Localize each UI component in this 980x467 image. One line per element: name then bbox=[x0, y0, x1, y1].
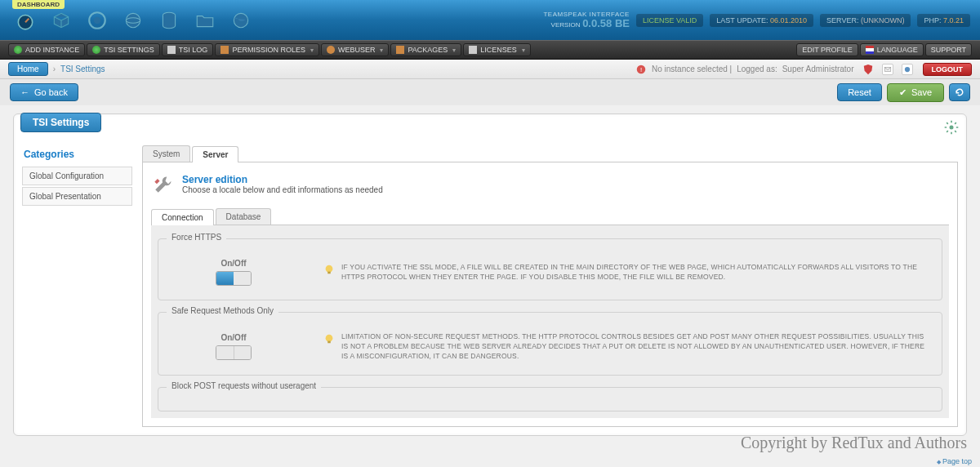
mail-icon[interactable] bbox=[882, 64, 893, 75]
toggle-safe-request[interactable] bbox=[216, 345, 252, 360]
sidebar-item-global-config[interactable]: Global Configuration bbox=[22, 167, 132, 185]
logged-as-label: Logged as: bbox=[737, 64, 777, 73]
categories-sidebar: Categories Global Configuration Global P… bbox=[22, 145, 132, 427]
bulb-icon bbox=[323, 264, 335, 275]
check-icon: ✔ bbox=[899, 87, 906, 98]
main-menu: ADD INSTANCE TSI SETTINGS TSI LOG PERMIS… bbox=[0, 40, 980, 60]
shield-icon bbox=[862, 64, 874, 75]
fieldgroup-block-post: Block POST requests without useragent bbox=[158, 387, 942, 411]
svg-point-14 bbox=[326, 335, 333, 342]
info-icon[interactable] bbox=[902, 64, 913, 75]
svg-point-10 bbox=[904, 66, 909, 71]
hint-force-https: IF YOU ACTIVATE THE SSL MODE, A FILE WIL… bbox=[341, 263, 932, 282]
svg-point-3 bbox=[126, 13, 140, 27]
license-status[interactable]: LICENSE VALID bbox=[636, 14, 703, 27]
tab-system[interactable]: System bbox=[142, 145, 190, 162]
wrench-icon bbox=[151, 174, 174, 197]
menu-language[interactable]: LANGUAGE bbox=[860, 43, 924, 56]
hint-safe-request: LIMITATION OF NON-SECURE REQUEST METHODS… bbox=[341, 332, 932, 362]
dashboard-icon[interactable] bbox=[12, 7, 38, 33]
menu-permission-roles[interactable]: PERMISSION ROLES▾ bbox=[215, 43, 319, 56]
menu-add-instance[interactable]: ADD INSTANCE bbox=[8, 43, 85, 56]
page-top-link[interactable]: Page top bbox=[937, 457, 972, 465]
copyright-text: Copyright by RedTux and Authors bbox=[741, 434, 967, 452]
menu-webuser[interactable]: WEBUSER▾ bbox=[321, 43, 390, 56]
sidebar-item-global-presentation[interactable]: Global Presentation bbox=[22, 187, 132, 206]
section-title: Server edition bbox=[182, 174, 383, 185]
folder-icon[interactable] bbox=[192, 7, 218, 33]
breadcrumb-bar: Home › TSI Settings ! No instance select… bbox=[0, 60, 980, 79]
last-update: LAST UPDATE: 06.01.2010 bbox=[710, 14, 813, 27]
menu-packages[interactable]: PACKAGES▾ bbox=[390, 43, 461, 56]
breadcrumb-current: TSI Settings bbox=[60, 64, 105, 73]
settings-panel: TSI Settings Categories Global Configura… bbox=[13, 113, 967, 436]
main-tabs: System Server bbox=[142, 145, 958, 162]
reset-button[interactable]: Reset bbox=[837, 83, 882, 101]
onoff-label: On/Off bbox=[168, 333, 299, 342]
save-button[interactable]: ✔Save bbox=[887, 83, 944, 102]
menu-tsi-settings[interactable]: TSI SETTINGS bbox=[87, 43, 160, 56]
svg-rect-15 bbox=[327, 341, 331, 344]
svg-point-2 bbox=[94, 16, 101, 24]
globe-icon[interactable] bbox=[120, 7, 146, 33]
legend-safe-request: Safe Request Methods Only bbox=[167, 306, 278, 315]
subtab-database[interactable]: Database bbox=[216, 208, 272, 225]
fieldgroup-force-https: Force HTTPS On/Off IF YOU ACTIVATE THE S… bbox=[158, 238, 942, 300]
onoff-label: On/Off bbox=[168, 259, 299, 268]
clock-icon[interactable] bbox=[84, 7, 110, 33]
fieldgroup-safe-request: Safe Request Methods Only On/Off LIMITAT… bbox=[158, 312, 942, 376]
user-role: Super Administrator bbox=[782, 64, 854, 73]
go-back-button[interactable]: ←Go back bbox=[10, 83, 78, 101]
breadcrumb-home[interactable]: Home bbox=[8, 62, 48, 76]
no-instance-text: No instance selected | bbox=[652, 64, 732, 73]
subtab-connection[interactable]: Connection bbox=[151, 209, 214, 225]
settings-content: System Server Server edition Choose a lo… bbox=[142, 145, 958, 427]
svg-text:!: ! bbox=[640, 65, 642, 73]
gear-icon[interactable] bbox=[943, 119, 960, 136]
world-icon[interactable] bbox=[228, 7, 254, 33]
svg-point-12 bbox=[326, 265, 333, 273]
menu-tsi-log[interactable]: TSI LOG bbox=[162, 43, 214, 56]
toggle-force-https[interactable] bbox=[216, 271, 252, 286]
menu-licenses[interactable]: LICENSES▾ bbox=[463, 43, 531, 56]
version-block: TEAMSPEAK INTERFACE VERSION 0.0.58 BE bbox=[543, 11, 630, 29]
action-toolbar: ←Go back Reset ✔Save bbox=[0, 79, 980, 105]
tab-server[interactable]: Server bbox=[192, 146, 238, 162]
logout-button[interactable]: LOGOUT bbox=[923, 63, 973, 76]
app-header: DASHBOARD TEAMSPEAK INTERFACE VERSION 0.… bbox=[0, 0, 980, 40]
section-desc: Choose a locale below and edit informati… bbox=[182, 185, 383, 194]
arrow-left-icon: ← bbox=[20, 87, 29, 97]
php-version: PHP: 7.0.21 bbox=[917, 14, 970, 27]
breadcrumb-sep: › bbox=[53, 64, 56, 73]
sub-tabs: Connection Database bbox=[151, 208, 949, 225]
cube-icon[interactable] bbox=[48, 7, 74, 33]
svg-point-11 bbox=[950, 126, 954, 130]
menu-edit-profile[interactable]: EDIT PROFILE bbox=[796, 43, 858, 56]
server-status: SERVER: (UNKNOWN) bbox=[820, 14, 911, 27]
database-icon[interactable] bbox=[156, 7, 182, 33]
categories-title: Categories bbox=[22, 145, 132, 167]
menu-support[interactable]: SUPPORT bbox=[925, 43, 972, 56]
bulb-icon bbox=[323, 333, 335, 345]
refresh-button[interactable] bbox=[949, 83, 970, 101]
svg-rect-13 bbox=[327, 272, 331, 274]
legend-force-https: Force HTTPS bbox=[167, 233, 226, 242]
svg-point-0 bbox=[18, 15, 32, 29]
panel-title: TSI Settings bbox=[20, 113, 101, 132]
legend-block-post: Block POST requests without useragent bbox=[167, 381, 321, 390]
warning-icon: ! bbox=[635, 64, 647, 75]
